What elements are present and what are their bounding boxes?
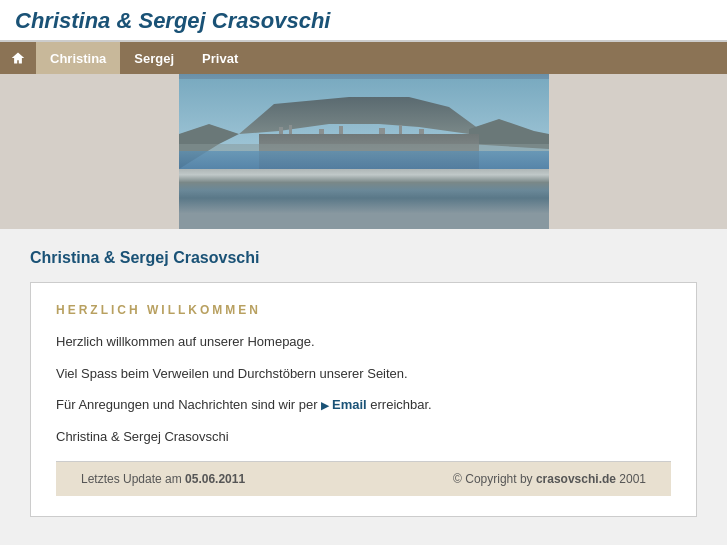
svg-rect-9: [339, 126, 343, 134]
svg-rect-12: [419, 129, 424, 134]
copyright-domain: crasovschi.de: [536, 472, 616, 486]
svg-rect-10: [379, 128, 385, 134]
home-icon: [10, 51, 26, 65]
banner-image: [179, 74, 549, 229]
svg-rect-6: [279, 127, 283, 134]
svg-rect-8: [319, 129, 324, 134]
update-info: Letztes Update am 05.06.2011: [81, 472, 245, 486]
copyright-year: 2001: [616, 472, 646, 486]
page-subtitle: Christina & Sergej Crasovschi: [30, 249, 697, 267]
welcome-heading: HERZLICH WILLKOMMEN: [56, 303, 671, 317]
main-content: Christina & Sergej Crasovschi HERZLICH W…: [0, 229, 727, 537]
site-header: Christina & Sergej Crasovschi: [0, 0, 727, 42]
para3-after: erreichbar.: [367, 397, 432, 412]
welcome-para3: Für Anregungen und Nachrichten sind wir …: [56, 395, 671, 415]
svg-rect-5: [179, 151, 549, 169]
nav-item-christina[interactable]: Christina: [36, 42, 120, 74]
email-link[interactable]: Email: [321, 397, 366, 412]
mountain-svg: [179, 79, 549, 169]
update-text: Letztes Update am: [81, 472, 185, 486]
site-title: Christina & Sergej Crasovschi: [15, 8, 712, 34]
banner: [0, 74, 727, 229]
svg-rect-13: [179, 144, 549, 151]
welcome-para1: Herzlich willkommen auf unserer Homepage…: [56, 332, 671, 352]
footer-links: Disclaimer Impressum Kontakt: [0, 537, 727, 545]
welcome-para4: Christina & Sergej Crasovschi: [56, 427, 671, 447]
welcome-para2: Viel Spass beim Verweilen und Durchstöbe…: [56, 364, 671, 384]
navbar: Christina Sergej Privat: [0, 42, 727, 74]
nav-home-button[interactable]: [0, 42, 36, 74]
nav-item-sergej[interactable]: Sergej: [120, 42, 188, 74]
content-box: HERZLICH WILLKOMMEN Herzlich willkommen …: [30, 282, 697, 517]
svg-rect-7: [289, 125, 292, 134]
footer-bar: Letztes Update am 05.06.2011 © Copyright…: [56, 461, 671, 496]
copyright-info: © Copyright by crasovschi.de 2001: [453, 472, 646, 486]
copyright-text: © Copyright by: [453, 472, 536, 486]
svg-rect-11: [399, 125, 402, 134]
update-date: 05.06.2011: [185, 472, 245, 486]
nav-item-privat[interactable]: Privat: [188, 42, 252, 74]
para3-before: Für Anregungen und Nachrichten sind wir …: [56, 397, 321, 412]
